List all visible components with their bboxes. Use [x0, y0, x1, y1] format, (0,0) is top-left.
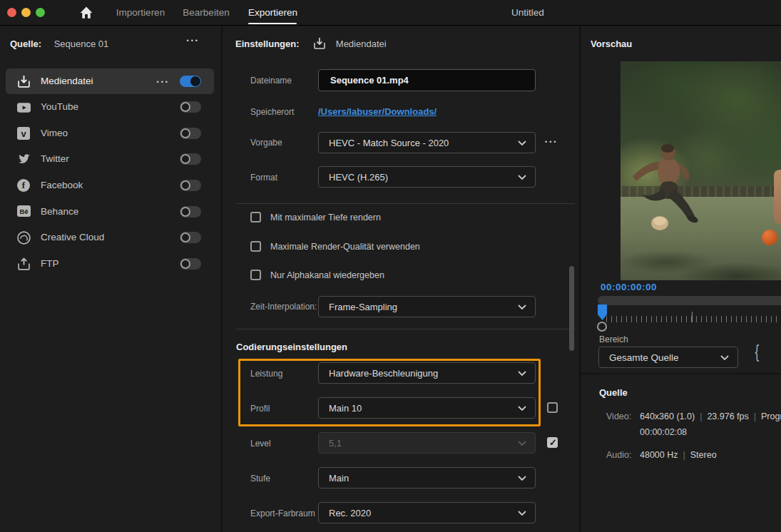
source-audio-values: 48000 Hz|Stereo — [640, 450, 717, 460]
premiere-export-window: Importieren Bearbeiten Exportieren Untit… — [0, 0, 781, 532]
preset-more-options-button[interactable]: ••• — [545, 138, 558, 145]
source-more-options-button[interactable]: ••• — [187, 37, 200, 44]
preview-video-frame — [621, 61, 781, 280]
settings-header-value: Mediendatei — [336, 39, 387, 49]
traffic-light-close-button[interactable] — [7, 8, 16, 17]
sidebar-item-youtube[interactable]: YouTube — [6, 94, 214, 120]
document-title: Untitled — [492, 0, 563, 26]
separator: | — [683, 450, 685, 460]
preset-label: Vorgabe — [250, 137, 282, 148]
sidebar-item-mediendatei[interactable]: Mediendatei ••• — [6, 68, 214, 94]
chevron-down-icon — [518, 175, 526, 180]
youtube-toggle[interactable] — [180, 101, 201, 113]
checkbox-alpha-only[interactable] — [250, 270, 261, 280]
mediendatei-toggle[interactable] — [180, 76, 201, 87]
tier-dropdown[interactable]: Main — [318, 467, 536, 488]
profile-value: Main 10 — [329, 403, 362, 414]
playhead[interactable] — [597, 305, 608, 321]
media-file-icon — [313, 37, 326, 50]
preview-panel: Vorschau 00:00:00:00 — [579, 26, 781, 532]
checkbox-max-depth[interactable] — [250, 212, 261, 222]
creative-cloud-toggle[interactable] — [180, 232, 201, 243]
range-dropdown[interactable]: Gesamte Quelle — [598, 347, 738, 368]
range-label: Bereich — [599, 334, 628, 344]
media-file-icon — [17, 75, 31, 88]
level-dropdown: 5,1 — [318, 432, 536, 454]
chevron-down-icon — [518, 305, 526, 310]
sidebar-item-label: Vimeo — [41, 121, 68, 146]
sidebar-item-ftp[interactable]: FTP — [6, 251, 214, 277]
section-divider — [236, 203, 575, 204]
preview-bystander — [774, 170, 781, 224]
toggle-knob — [180, 207, 190, 217]
source-header-value: Sequence 01 — [54, 39, 109, 49]
youtube-icon — [17, 101, 31, 114]
facebook-toggle[interactable] — [180, 180, 201, 191]
level-override-checkbox[interactable] — [547, 437, 558, 448]
source-header: Quelle: Sequence 01 — [10, 36, 108, 53]
checkbox-max-render-quality[interactable] — [250, 241, 261, 252]
tab-exportieren[interactable]: Exportieren — [248, 0, 297, 26]
sidebar-item-vimeo[interactable]: v Vimeo — [6, 121, 214, 146]
video-resolution: 640x360 (1.0) — [640, 411, 695, 421]
sidebar-item-twitter[interactable]: Twitter — [6, 146, 214, 172]
behance-icon: Bē — [17, 205, 31, 217]
sidebar-item-label: Behance — [41, 199, 78, 225]
profile-label: Profil — [250, 403, 270, 414]
behance-toggle[interactable] — [180, 206, 201, 218]
toggle-knob — [180, 180, 190, 190]
source-audio-label: Audio: — [606, 450, 631, 460]
filename-input[interactable] — [318, 69, 536, 91]
sidebar-item-behance[interactable]: Bē Behance — [6, 199, 214, 225]
mediendatei-more-options-button[interactable]: ••• — [157, 78, 170, 86]
export-settings-panel: Einstellungen: Mediendatei Dateiname Spe… — [224, 26, 578, 532]
performance-dropdown[interactable]: Hardware-Beschleunigung — [318, 362, 536, 384]
profile-override-checkbox[interactable] — [547, 402, 558, 413]
sidebar-item-creative-cloud[interactable]: Creative Cloud — [6, 225, 214, 250]
preset-value: HEVC - Match Source - 2020 — [329, 138, 449, 148]
twitter-toggle[interactable] — [180, 153, 201, 165]
traffic-light-zoom-button[interactable] — [36, 8, 45, 17]
in-out-range-icon[interactable]: { — [755, 341, 760, 363]
source-video-label: Video: — [606, 411, 631, 421]
toggle-knob — [180, 128, 190, 138]
ftp-toggle[interactable] — [180, 258, 201, 270]
settings-scrollbar[interactable] — [569, 266, 574, 351]
toggle-knob — [180, 232, 190, 242]
panel-divider — [581, 373, 781, 374]
traffic-light-minimize-button[interactable] — [21, 8, 31, 17]
home-icon[interactable] — [79, 6, 93, 19]
chevron-down-icon — [518, 511, 526, 516]
filename-label: Dateiname — [250, 75, 292, 86]
profile-dropdown[interactable]: Main 10 — [318, 397, 536, 419]
time-interpolation-dropdown[interactable]: Frame-Sampling — [318, 296, 536, 317]
preview-title: Vorschau — [591, 39, 632, 49]
chevron-down-icon — [518, 140, 526, 145]
titlebar: Importieren Bearbeiten Exportieren Untit… — [0, 0, 781, 26]
twitter-icon — [17, 153, 31, 166]
settings-header-label: Einstellungen: — [235, 39, 300, 49]
timeline-scrollbar[interactable] — [598, 296, 781, 305]
source-info-title: Quelle — [599, 387, 628, 398]
creative-cloud-icon — [17, 231, 31, 245]
color-space-dropdown[interactable]: Rec. 2020 — [318, 502, 536, 523]
sidebar-item-facebook[interactable]: f Facebook — [6, 173, 214, 198]
location-link[interactable]: /Users/labuser/Downloads/ — [318, 106, 437, 117]
tab-importieren[interactable]: Importieren — [116, 0, 165, 26]
sidebar-item-label: Twitter — [41, 146, 69, 172]
checkbox-max-depth-label: Mit maximaler Tiefe rendern — [270, 212, 381, 223]
timeline-ruler-major-tick — [692, 312, 693, 322]
vimeo-toggle[interactable] — [180, 128, 201, 139]
sidebar-item-label: Mediendatei — [41, 68, 93, 94]
destination-sidebar: Quelle: Sequence 01 ••• Mediendatei ••• … — [0, 26, 223, 532]
chevron-down-icon — [518, 371, 526, 376]
preview-running-boy — [624, 143, 720, 247]
toggle-knob — [180, 154, 190, 164]
playhead-handle[interactable] — [597, 322, 607, 332]
preset-dropdown[interactable]: HEVC - Match Source - 2020 — [318, 132, 536, 153]
format-dropdown[interactable]: HEVC (H.265) — [318, 166, 536, 188]
timeline-ruler[interactable] — [606, 316, 781, 322]
toggle-knob — [180, 102, 190, 112]
tab-bearbeiten[interactable]: Bearbeiten — [182, 0, 230, 26]
toggle-knob — [190, 76, 200, 86]
